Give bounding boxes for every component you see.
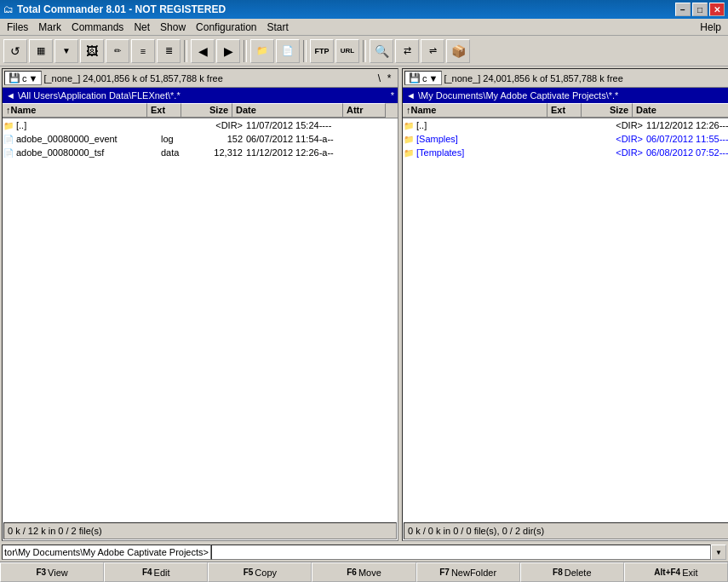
toolbar-new-folder[interactable]: 📁	[250, 39, 274, 63]
right-col-size-header[interactable]: Size	[582, 103, 633, 118]
right-file-row-1[interactable]: 📁 [Templates] <DIR> 06/08/2012 07:52----	[403, 146, 728, 159]
left-path-sep: \	[378, 72, 381, 84]
right-panel-header: 💾 c ▼ [_none_] 24,001,856 k of 51,857,78…	[403, 69, 728, 88]
toolbar-search[interactable]: 🔍	[370, 39, 393, 63]
menu-help[interactable]: Help	[695, 20, 726, 35]
right-dir0-size: <DIR>	[593, 134, 645, 144]
right-drive-icon: 💾	[409, 72, 421, 84]
menu-net[interactable]: Net	[129, 20, 155, 35]
right-parent-date: 11/12/2012 12:26----	[645, 120, 728, 130]
toolbar-copy[interactable]: 📄	[276, 39, 300, 63]
cmd-dropdown-btn[interactable]: ▼	[711, 545, 726, 560]
toolbar-sep3	[303, 40, 307, 62]
left-col-headers: ↑Name Ext Size Date Attr	[3, 103, 398, 118]
right-file-row-0[interactable]: 📁 [Samples] <DIR> 06/07/2012 11:55----	[403, 132, 728, 146]
left-file-row-0[interactable]: 📄 adobe_00080000_event log 152 06/07/201…	[3, 132, 398, 146]
minimize-button[interactable]: −	[675, 3, 691, 16]
left-panel-header: 💾 c ▼ [_none_] 24,001,856 k of 51,857,78…	[3, 69, 398, 88]
left-col-name-header[interactable]: ↑Name	[3, 103, 147, 118]
right-dir0-date: 06/07/2012 11:55----	[645, 134, 728, 144]
toolbar-sync[interactable]: ⇄	[395, 39, 419, 63]
toolbar-copy-info[interactable]: ≡	[131, 39, 155, 63]
left-col-size-header[interactable]: Size	[181, 103, 232, 118]
toolbar-filter[interactable]: ▼	[54, 39, 78, 63]
app-icon: 🗂	[3, 3, 14, 15]
menu-configuration[interactable]: Configuration	[191, 20, 261, 35]
right-free-space: [_none_] 24,001,856 k of 51,857,788 k fr…	[444, 73, 728, 84]
fkey-bar: F3View F4Edit F5Copy F6Move F7NewFolder …	[0, 562, 728, 582]
left-drive-icon: 💾	[9, 72, 20, 84]
right-file-list: 📁 [..] <DIR> 11/12/2012 12:26---- 📁 [Sam…	[403, 118, 728, 521]
right-drive-selector[interactable]: 💾 c ▼	[404, 71, 442, 85]
toolbar-ftp[interactable]: FTP	[310, 39, 334, 63]
title-text: Total Commander 8.01 - NOT REGISTERED	[17, 3, 226, 15]
right-panel: 💾 c ▼ [_none_] 24,001,856 k of 51,857,78…	[402, 68, 728, 541]
left-panel: 💾 c ▼ [_none_] 24,001,856 k of 51,857,78…	[2, 68, 398, 541]
menu-files[interactable]: Files	[2, 20, 33, 35]
fkey-f4[interactable]: F4Edit	[104, 562, 208, 582]
left-file-size: <DIR>	[193, 120, 244, 130]
left-parent-icon: 📁	[3, 121, 14, 130]
left-col-attr-header[interactable]: Attr	[343, 103, 386, 118]
right-status: 0 k / 0 k in 0 / 0 file(s), 0 / 2 dir(s)	[404, 522, 728, 539]
toolbar-view-thumb[interactable]: 🖼	[80, 39, 104, 63]
right-path-bar: ◄ \My Documents\My Adobe Captivate Proje…	[403, 88, 728, 103]
menu-start[interactable]: Start	[261, 20, 293, 35]
toolbar-left[interactable]: ◀	[191, 39, 215, 63]
toolbar-grid[interactable]: ▦	[29, 39, 53, 63]
toolbar-right[interactable]: ▶	[216, 39, 240, 63]
toolbar-url[interactable]: URL	[335, 39, 359, 63]
left-file-name: [..]	[14, 120, 159, 130]
title-left: 🗂 Total Commander 8.01 - NOT REGISTERED	[3, 3, 226, 15]
right-dir1-date: 06/08/2012 07:52----	[645, 147, 728, 158]
right-col-ext-header[interactable]: Ext	[547, 103, 582, 118]
left-file1-ext: data	[159, 147, 193, 158]
toolbar-refresh[interactable]: ↺	[3, 39, 27, 63]
left-file0-ext: log	[159, 134, 193, 144]
left-col-ext-header[interactable]: Ext	[147, 103, 181, 118]
fkey-f6[interactable]: F6Move	[312, 562, 416, 582]
cmd-input[interactable]	[211, 545, 711, 560]
toolbar-compare[interactable]: ⇌	[421, 39, 444, 63]
left-file1-icon: 📄	[3, 148, 14, 158]
right-drive-arrow: ▼	[429, 73, 439, 84]
menu-show[interactable]: Show	[155, 20, 191, 35]
menu-mark[interactable]: Mark	[33, 20, 66, 35]
toolbar-move-info[interactable]: ≣	[157, 39, 181, 63]
right-dir1-icon: 📁	[403, 148, 415, 158]
left-file-row-parent[interactable]: 📁 [..] <DIR> 11/07/2012 15:24----	[3, 118, 398, 132]
fkey-altf4[interactable]: Alt+F4Exit	[624, 562, 728, 582]
toolbar-pack[interactable]: 📦	[446, 39, 470, 63]
left-file-list: 📁 [..] <DIR> 11/07/2012 15:24---- 📄 adob…	[3, 118, 398, 521]
fkey-f5[interactable]: F5Copy	[208, 562, 312, 582]
right-file-row-parent[interactable]: 📁 [..] <DIR> 11/12/2012 12:26----	[403, 118, 728, 132]
fkey-f8[interactable]: F8Delete	[520, 562, 624, 582]
left-file-date: 11/07/2012 15:24----	[244, 120, 355, 130]
left-drive-arrow: ▼	[29, 73, 38, 84]
maximize-button[interactable]: □	[692, 3, 708, 16]
left-file0-name: adobe_00080000_event	[14, 134, 159, 144]
left-star-btn[interactable]: *	[382, 72, 396, 84]
menu-commands[interactable]: Commands	[66, 20, 129, 35]
right-dir1-size: <DIR>	[593, 147, 645, 158]
right-drive-letter: c	[422, 73, 427, 84]
right-parent-size: <DIR>	[593, 120, 645, 130]
right-col-date-header[interactable]: Date	[633, 103, 728, 118]
left-col-date-header[interactable]: Date	[232, 103, 343, 118]
left-status-text: 0 k / 12 k in 0 / 2 file(s)	[8, 526, 102, 536]
left-drive-selector[interactable]: 💾 c ▼	[4, 71, 42, 85]
fkey-f3[interactable]: F3View	[0, 562, 104, 582]
toolbar-sep4	[363, 40, 366, 62]
left-file-row-1[interactable]: 📄 adobe_00080000_tsf data 12,312 11/12/2…	[3, 146, 398, 159]
left-status: 0 k / 12 k in 0 / 2 file(s)	[3, 522, 397, 539]
right-col-name-header[interactable]: ↑Name	[403, 103, 547, 118]
left-file0-icon: 📄	[3, 135, 14, 144]
toolbar-edit[interactable]: ✏	[106, 39, 129, 63]
left-file0-size: 152	[193, 134, 244, 144]
right-dir0-name: [Samples]	[415, 134, 559, 144]
close-button[interactable]: ✕	[709, 3, 725, 16]
fkey-f7[interactable]: F7NewFolder	[416, 562, 520, 582]
left-drive-letter: c	[22, 73, 27, 84]
left-path-star[interactable]: *	[391, 90, 394, 101]
toolbar-sep2	[244, 40, 247, 62]
